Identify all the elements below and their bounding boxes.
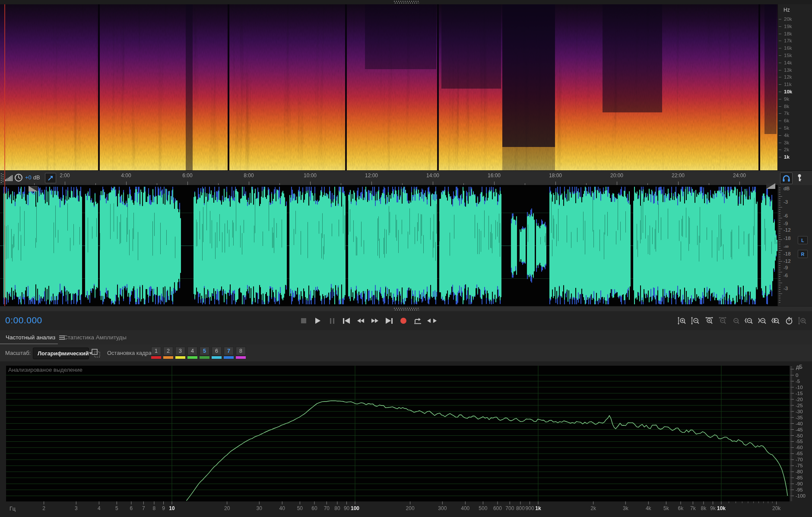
rewind-button[interactable]	[356, 316, 365, 325]
frame-hold-number: 6	[212, 347, 222, 355]
svg-text:-35: -35	[796, 415, 803, 420]
ruler-tick	[779, 278, 780, 279]
clock-icon[interactable]	[14, 173, 23, 182]
ruler-tick	[779, 34, 781, 34]
zoom-full-button[interactable]	[798, 316, 807, 325]
frame-hold-number: 5	[200, 347, 209, 355]
gain-value: +0	[25, 174, 32, 181]
time-tick-label: 24:00	[730, 172, 749, 179]
frame-hold-button-7[interactable]: 7	[224, 347, 234, 359]
ruler-tick	[779, 296, 780, 296]
pin-playhead-button[interactable]	[45, 173, 56, 183]
svg-text:-10: -10	[796, 385, 803, 390]
ruler-tick	[779, 209, 780, 210]
frame-hold-number: 1	[151, 347, 161, 355]
go-to-end-button[interactable]	[384, 316, 394, 325]
timed-record-button[interactable]	[784, 316, 794, 325]
frequency-analysis-graph[interactable]: 2345678910203040506070809010020030040050…	[0, 361, 812, 517]
pause-button[interactable]	[327, 316, 337, 325]
ruler-grip-icon[interactable]	[1, 173, 4, 183]
svg-text:2: 2	[42, 505, 45, 511]
svg-text:600: 600	[493, 505, 502, 511]
frame-hold-button-3[interactable]: 3	[175, 347, 185, 359]
frame-hold-number: 2	[163, 347, 173, 355]
gain-readout[interactable]: +0dB	[25, 174, 40, 181]
zoom-in-vertical-button[interactable]	[677, 316, 687, 325]
tab-amplitude-statistics[interactable]: Статистика Амплитуды	[58, 330, 132, 345]
loop-playback-button[interactable]	[413, 316, 422, 325]
ruler-tick	[779, 270, 780, 270]
spectrogram-quiet-region	[441, 4, 501, 89]
gain-unit: dB	[33, 174, 40, 181]
frame-hold-button-8[interactable]: 8	[236, 347, 246, 359]
svg-text:30: 30	[257, 505, 263, 511]
playhead-line[interactable]	[4, 4, 5, 306]
amplitude-tick-label: dB	[783, 186, 790, 191]
zoom-full-icon	[798, 317, 807, 325]
channel-left-button[interactable]: L	[798, 236, 808, 244]
zoom-in-vertical-icon	[677, 317, 687, 325]
copy-snapshot-button[interactable]	[91, 348, 101, 358]
waveform-amplitude-ruler[interactable]: dB-3-6-9-12-18-∞-18-12-9-6-3 L R	[777, 185, 812, 306]
svg-text:7k: 7k	[690, 505, 696, 511]
amplitude-tick-label: -6	[783, 213, 788, 218]
skip-selection-button[interactable]	[427, 316, 437, 325]
divider-grip-icon[interactable]	[394, 308, 419, 310]
frame-hold-button-4[interactable]: 4	[187, 347, 197, 359]
ruler-tick	[779, 274, 780, 274]
zoom-to-in-point-button[interactable]	[744, 316, 754, 325]
monitor-headphones-button[interactable]	[780, 172, 793, 184]
svg-text:-15: -15	[796, 391, 803, 396]
amplitude-tick-label: -3	[783, 286, 788, 291]
svg-text:5: 5	[115, 505, 118, 511]
svg-text:-25: -25	[796, 403, 803, 408]
frame-hold-button-6[interactable]: 6	[212, 347, 222, 359]
svg-text:200: 200	[406, 505, 415, 511]
fast-forward-button[interactable]	[370, 316, 380, 325]
active-tab-underline	[0, 344, 58, 344]
frame-hold-button-5[interactable]: 5	[200, 347, 209, 359]
spectral-frequency-display[interactable]	[0, 4, 777, 170]
clip-fold-marker-right-icon[interactable]	[766, 183, 775, 189]
waveform-display[interactable]	[0, 185, 777, 306]
svg-text:4k: 4k	[646, 505, 652, 511]
time-tick-label: 20:00	[607, 172, 626, 179]
ruler-tick	[779, 205, 780, 205]
spectrogram-frequency-ruler[interactable]: Hz 20k19k18k17k16k15k14k13k12k11k10k9k8k…	[777, 4, 812, 170]
time-display[interactable]: 0:00.000	[5, 315, 42, 326]
channel-right-button[interactable]: R	[798, 250, 808, 258]
frame-hold-button-1[interactable]: 1	[151, 347, 161, 359]
ruler-tick	[779, 276, 780, 277]
go-to-start-button[interactable]	[342, 316, 351, 325]
divider-grip-icon[interactable]	[394, 1, 419, 3]
key-icon[interactable]	[795, 172, 804, 183]
svg-text:20: 20	[224, 505, 230, 511]
level-meter-icon[interactable]	[5, 174, 13, 181]
ruler-tick	[779, 113, 781, 114]
clip-fold-marker-left-icon[interactable]	[29, 186, 38, 191]
svg-text:900: 900	[526, 505, 534, 511]
svg-text:10k: 10k	[717, 505, 726, 511]
svg-text:-95: -95	[796, 487, 803, 492]
zoom-out-horizontal-button[interactable]	[717, 316, 727, 325]
time-tick-label: 6:00	[178, 172, 197, 179]
zoom-to-selection-button[interactable]	[771, 316, 780, 325]
play-button[interactable]	[313, 316, 323, 325]
frame-hold-button-2[interactable]: 2	[163, 347, 173, 359]
zoom-to-out-point-button[interactable]	[758, 316, 767, 325]
analyzed-selection-label: Анализированое выделение	[8, 367, 82, 373]
zoom-in-horizontal-button[interactable]	[704, 316, 714, 325]
zoom-out-vertical-button[interactable]	[691, 316, 700, 325]
scale-select[interactable]: Логарифмический	[33, 348, 89, 359]
record-button[interactable]	[399, 316, 408, 325]
svg-text:3: 3	[75, 505, 78, 511]
svg-text:-80: -80	[796, 469, 803, 474]
ruler-tick	[779, 302, 780, 303]
zoom-out-horizontal-icon	[717, 317, 727, 325]
ruler-tick	[779, 289, 780, 290]
stop-button[interactable]	[299, 316, 308, 325]
timeline-ruler[interactable]: +0dB 2:004:006:008:0010:0012:0014:0016:0…	[0, 170, 812, 186]
freq-tick-label: 1k	[784, 154, 790, 160]
zoom-reset-button[interactable]	[731, 316, 740, 325]
freq-tick-label: 8k	[784, 104, 789, 109]
